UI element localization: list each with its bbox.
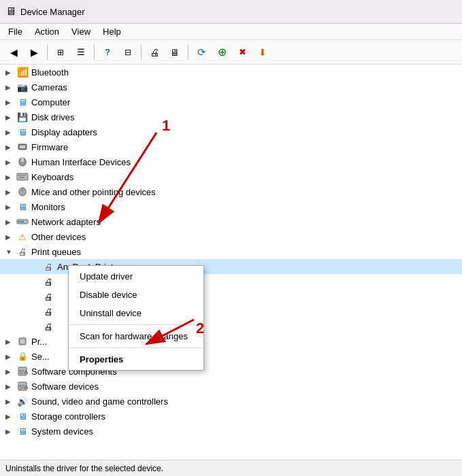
toolbar-separator-2 — [94, 45, 95, 60]
tree-item-monitors[interactable]: ▶ 🖥 Monitors — [0, 199, 462, 214]
tree-item-disk-drives[interactable]: ▶ 💾 Disk drives — [0, 109, 462, 124]
anydesk-printer-icon: 🖨 — [42, 261, 54, 272]
back-button[interactable]: ◀ — [4, 43, 23, 62]
tree-item-keyboards[interactable]: ▶ Keyboards — [0, 169, 462, 184]
expand-icon-cameras: ▶ — [5, 84, 16, 91]
system-label: System devices — [31, 426, 93, 437]
expand-icon-proc: ▶ — [5, 338, 16, 345]
expand-icon-keyboards: ▶ — [5, 173, 16, 181]
software-devices-label: Software devices — [31, 381, 99, 392]
ctx-scan-hardware[interactable]: Scan for hardware changes — [69, 327, 203, 345]
svg-rect-17 — [20, 339, 24, 343]
cameras-label: Cameras — [31, 82, 67, 92]
svg-rect-3 — [21, 158, 24, 162]
svg-text:SW: SW — [19, 369, 28, 375]
tree-item-display[interactable]: ▶ 🖥 Display adapters — [0, 124, 462, 139]
tree-item-software-devices[interactable]: ▶ SW Software devices — [0, 379, 462, 394]
list-button[interactable]: ☰ — [71, 43, 90, 62]
print-button[interactable]: 🖨 — [145, 43, 164, 62]
sub-printer-icon-4: 🖨 — [42, 321, 54, 332]
expand-icon-sound: ▶ — [5, 398, 16, 405]
device-tree: ▶ 📶 Bluetooth ▶ 📷 Cameras ▶ 🖥 Computer ▶… — [0, 65, 462, 460]
remove-button[interactable]: ✖ — [233, 43, 252, 62]
tree-item-cameras[interactable]: ▶ 📷 Cameras — [0, 80, 462, 95]
sub-printer-icon-2: 🖨 — [42, 291, 54, 302]
scan-button[interactable]: ⟳ — [192, 43, 211, 62]
computer-label: Computer — [31, 97, 70, 107]
ctx-update-driver[interactable]: Update driver — [69, 267, 203, 286]
expand-icon-other: ▶ — [5, 233, 16, 241]
svg-rect-5 — [18, 175, 20, 176]
mice-label: Mice and other pointing devices — [31, 187, 156, 197]
tree-item-print-queues[interactable]: ▼ 🖨 Print queues — [0, 244, 462, 259]
tree-item-mice[interactable]: ▶ Mice and other pointing devices — [0, 184, 462, 199]
hid-icon — [16, 156, 29, 167]
ctx-disable-device[interactable]: Disable device — [69, 286, 203, 304]
update-button[interactable]: ⬇ — [253, 43, 272, 62]
svg-text:SW: SW — [19, 384, 28, 390]
tree-item-storage[interactable]: ▶ 🖥 Storage controllers — [0, 409, 462, 424]
menu-help[interactable]: Help — [97, 25, 127, 38]
tree-item-bluetooth[interactable]: ▶ 📶 Bluetooth — [0, 65, 462, 80]
disk-icon: 💾 — [16, 112, 29, 122]
toolbar-separator-1 — [47, 45, 48, 60]
other-icon: ⚠ — [16, 231, 29, 242]
network-label: Network adapters — [31, 217, 101, 227]
bluetooth-label: Bluetooth — [31, 67, 69, 78]
tree-item-hid[interactable]: ▶ Human Interface Devices — [0, 154, 462, 169]
expand-icon-network: ▶ — [5, 218, 16, 226]
svg-rect-7 — [22, 175, 24, 176]
add-button[interactable]: ⊕ — [212, 43, 231, 62]
tree-item-network[interactable]: ▶ Network adapters — [0, 214, 462, 229]
help-button[interactable]: ? — [98, 43, 117, 62]
ctx-uninstall-device[interactable]: Uninstall device — [69, 304, 203, 322]
view-button[interactable]: ⊞ — [51, 43, 70, 62]
ctx-separator-2 — [69, 347, 203, 348]
expand-icon-sw-dev: ▶ — [5, 383, 16, 390]
tree-item-computer[interactable]: ▶ 🖥 Computer — [0, 95, 462, 109]
tree-item-sound[interactable]: ▶ 🔊 Sound, video and game controllers — [0, 394, 462, 409]
sound-icon: 🔊 — [16, 396, 29, 407]
processor-icon — [16, 336, 29, 347]
computer-icon: 🖥 — [16, 97, 29, 107]
disk-label: Disk drives — [31, 112, 75, 122]
expand-icon-disk: ▶ — [5, 114, 16, 121]
system-icon: 🖥 — [16, 426, 29, 437]
svg-rect-15 — [22, 221, 24, 222]
grid-button[interactable]: ⊟ — [118, 43, 137, 62]
menu-file[interactable]: File — [3, 25, 28, 38]
app-title: Device Manager — [20, 7, 85, 17]
other-label: Other devices — [31, 232, 86, 242]
app-icon: 🖥 — [5, 5, 16, 18]
display-icon: 🖥 — [16, 126, 29, 137]
storage-label: Storage controllers — [31, 411, 105, 422]
expand-icon-hid: ▶ — [5, 158, 16, 166]
svg-rect-8 — [24, 175, 26, 176]
ctx-properties[interactable]: Properties — [69, 350, 203, 369]
svg-rect-9 — [19, 177, 24, 178]
svg-rect-13 — [18, 221, 20, 222]
expand-icon-storage: ▶ — [5, 413, 16, 420]
tree-item-firmware[interactable]: ▶ Firmware — [0, 139, 462, 154]
menu-action[interactable]: Action — [29, 25, 65, 38]
tree-item-other[interactable]: ▶ ⚠ Other devices — [0, 229, 462, 244]
toolbar: ◀ ▶ ⊞ ☰ ? ⊟ 🖨 🖥 ⟳ ⊕ ✖ ⬇ — [0, 40, 462, 65]
status-text: Uninstalls the driver for the selected d… — [5, 464, 163, 473]
expand-icon-sw-comp: ▶ — [5, 368, 16, 375]
monitor-icon: 🖥 — [16, 201, 29, 212]
sub-printer-icon-3: 🖨 — [42, 306, 54, 317]
menu-bar: File Action View Help — [0, 24, 462, 40]
svg-rect-6 — [20, 175, 22, 176]
forward-button[interactable]: ▶ — [24, 43, 44, 62]
context-menu: Update driver Disable device Uninstall d… — [68, 265, 204, 371]
expand-icon-monitors: ▶ — [5, 203, 16, 211]
software-devices-icon: SW — [16, 381, 29, 392]
menu-view[interactable]: View — [66, 25, 96, 38]
toolbar-separator-4 — [188, 45, 188, 60]
expand-icon-system: ▶ — [5, 428, 16, 435]
storage-icon: 🖥 — [16, 411, 29, 422]
tree-item-system[interactable]: ▶ 🖥 System devices — [0, 424, 462, 439]
expand-icon-display: ▶ — [5, 129, 16, 136]
computer-button[interactable]: 🖥 — [165, 43, 184, 62]
expand-icon-print: ▼ — [5, 248, 16, 256]
